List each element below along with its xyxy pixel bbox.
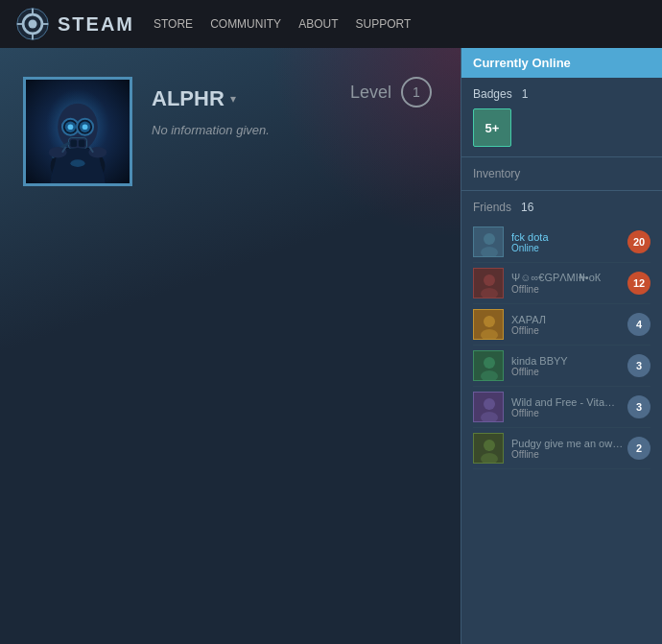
friend-details: Ψ☺∞€GPΛМІ₦•оК Offline: [511, 272, 624, 295]
mutual-count: 20: [627, 230, 650, 253]
nav-about[interactable]: ABOUT: [298, 17, 338, 31]
friends-section: Friends 16 fck dota Online 20: [461, 191, 662, 469]
badges-label: Badges: [473, 87, 512, 101]
profile-info: ALPHR ▾ No information given.: [152, 77, 270, 137]
badges-count: 1: [522, 87, 529, 101]
steam-icon: [15, 7, 50, 41]
friend-status: Offline: [511, 408, 624, 418]
friend-item[interactable]: fck dota Online 20: [473, 222, 650, 263]
friend-name: ХАРАЛ: [511, 314, 624, 325]
username: ALPHR: [152, 86, 225, 111]
inventory-section: Inventory: [461, 157, 662, 191]
nav-store[interactable]: STORE: [154, 17, 193, 31]
svg-point-2: [29, 20, 37, 29]
friend-item[interactable]: ХАРАЛ Offline 4: [473, 304, 650, 346]
friend-avatar-image: [474, 227, 504, 257]
nav-links: STORE COMMUNITY ABOUT SUPPORT: [154, 17, 411, 31]
friends-label: Friends: [473, 201, 511, 214]
badge-text: 5+: [485, 121, 500, 135]
friend-name: Ψ☺∞€GPΛМІ₦•оК: [511, 272, 624, 284]
level-area: Level 1: [350, 77, 432, 107]
friend-avatar-image: [474, 269, 504, 298]
svg-rect-18: [70, 140, 77, 148]
svg-point-16: [83, 124, 88, 130]
friends-header: Friends 16: [473, 201, 650, 214]
level-label: Level: [350, 83, 391, 103]
svg-point-29: [484, 274, 495, 286]
friend-avatar: [473, 350, 504, 381]
friend-status: Offline: [511, 449, 624, 460]
sidebar: Currently Online Badges 1 5+ Inventory F…: [461, 48, 662, 644]
friend-status: Online: [511, 243, 624, 253]
badges-header: Badges 1: [473, 87, 650, 101]
friend-status: Offline: [511, 284, 624, 295]
mutual-count: 4: [627, 313, 650, 336]
friend-item[interactable]: Pudgy give me an owa owa ! Offline 2: [473, 428, 650, 469]
navbar: STEAM STORE COMMUNITY ABOUT SUPPORT: [0, 0, 662, 48]
friend-details: Wild and Free - Vitamins Free Offline: [511, 396, 624, 418]
svg-point-35: [484, 357, 495, 369]
friend-avatar: [473, 433, 504, 464]
svg-point-32: [484, 316, 495, 327]
nav-support[interactable]: SUPPORT: [355, 17, 411, 31]
dropdown-arrow-icon[interactable]: ▾: [230, 92, 236, 106]
friend-avatar-image: [474, 434, 504, 464]
friend-avatar-image: [474, 351, 504, 381]
svg-point-41: [484, 440, 495, 451]
profile-area: Level 1: [0, 48, 461, 644]
svg-point-15: [68, 124, 74, 130]
friend-avatar-image: [474, 393, 504, 422]
svg-rect-19: [79, 140, 85, 148]
friend-avatar: [473, 392, 504, 422]
badge-item[interactable]: 5+: [473, 108, 511, 147]
avatar-image: [26, 80, 130, 183]
badges-section: Badges 1 5+: [461, 78, 662, 157]
mutual-count: 3: [627, 354, 650, 377]
inventory-label: Inventory: [473, 167, 650, 180]
online-status-text: Currently Online: [473, 56, 571, 70]
friends-count: 16: [521, 201, 533, 214]
friends-list: fck dota Online 20 Ψ☺∞€GPΛМІ₦•оК Offline…: [473, 222, 650, 469]
friend-avatar-image: [474, 310, 504, 340]
nav-community[interactable]: COMMUNITY: [210, 17, 281, 31]
friend-avatar: [473, 227, 504, 257]
level-badge: 1: [401, 77, 432, 107]
friend-details: Pudgy give me an owa owa ! Offline: [511, 438, 624, 460]
friend-details: ХАРАЛ Offline: [511, 314, 624, 336]
main-content: Level 1: [0, 48, 662, 644]
no-info-text: No information given.: [152, 123, 270, 137]
friend-name: kinda BBYY: [511, 355, 624, 367]
svg-point-38: [484, 398, 495, 410]
friend-name: Wild and Free - Vitamins Free: [511, 396, 624, 408]
friend-item[interactable]: Wild and Free - Vitamins Free Offline 3: [473, 387, 650, 428]
friend-item[interactable]: Ψ☺∞€GPΛМІ₦•оК Offline 12: [473, 263, 650, 304]
friend-status: Offline: [511, 367, 624, 377]
friend-name: fck dota: [511, 231, 624, 243]
friend-avatar: [473, 309, 504, 340]
avatar: [23, 77, 132, 186]
steam-text: STEAM: [58, 13, 134, 36]
mutual-count: 3: [627, 395, 650, 418]
friend-name: Pudgy give me an owa owa !: [511, 438, 624, 449]
friend-status: Offline: [511, 325, 624, 336]
friend-details: kinda BBYY Offline: [511, 355, 624, 377]
friend-details: fck dota Online: [511, 231, 624, 253]
mutual-count: 12: [627, 272, 650, 295]
steam-logo[interactable]: STEAM: [15, 7, 134, 41]
svg-point-26: [484, 233, 495, 245]
friend-avatar: [473, 268, 504, 298]
online-status-bar: Currently Online: [461, 48, 662, 78]
friend-item[interactable]: kinda BBYY Offline 3: [473, 346, 650, 387]
username-row: ALPHR ▾: [152, 86, 270, 111]
mutual-count: 2: [627, 437, 650, 460]
svg-point-24: [70, 159, 84, 167]
